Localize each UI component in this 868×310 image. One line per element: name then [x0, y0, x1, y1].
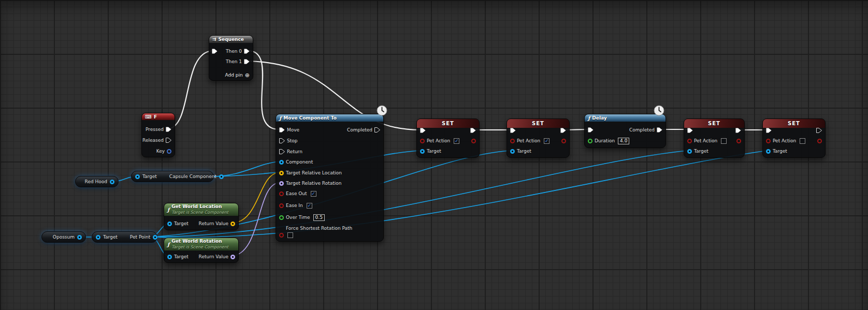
- variable-label: Opossum: [53, 234, 75, 240]
- node-set-pet-action-2[interactable]: SET Pet Action ✓ Target: [507, 119, 570, 158]
- key-pin[interactable]: [167, 149, 171, 154]
- capsule-component-out-pin[interactable]: [219, 174, 224, 179]
- then1-exec-pin[interactable]: [244, 59, 250, 64]
- node-header[interactable]: ⌨ F: [142, 113, 175, 120]
- then0-exec-pin[interactable]: [244, 49, 250, 54]
- node-header[interactable]: SET: [417, 119, 479, 128]
- node-get-opossum[interactable]: Opossum: [41, 231, 86, 243]
- move-exec-pin[interactable]: [279, 127, 285, 132]
- exec-in-pin[interactable]: [510, 128, 516, 133]
- node-get-world-location[interactable]: ƒ Get World Location Target is Scene Com…: [164, 203, 239, 230]
- return-exec-pin[interactable]: [279, 149, 285, 154]
- node-header[interactable]: ƒ Get World Location Target is Scene Com…: [164, 203, 238, 216]
- over-time-input[interactable]: 0.5: [313, 214, 325, 221]
- pet-action-checkbox[interactable]: [721, 138, 727, 144]
- over-time-pin[interactable]: [279, 215, 284, 220]
- node-set-pet-action-3[interactable]: SET Pet Action Target: [684, 119, 745, 158]
- function-icon: ƒ: [588, 115, 590, 121]
- pet-action-in-pin[interactable]: [420, 139, 425, 143]
- ease-in-pin[interactable]: [279, 203, 284, 208]
- pet-action-checkbox[interactable]: ✓: [544, 138, 549, 144]
- target-pin[interactable]: [766, 149, 771, 154]
- force-shortest-rotation-path-checkbox[interactable]: [287, 232, 293, 238]
- exec-out-pin[interactable]: [470, 128, 476, 133]
- red-hood-out-pin[interactable]: [110, 180, 114, 184]
- target-pin[interactable]: [167, 255, 172, 259]
- target-pin[interactable]: [687, 149, 692, 154]
- pet-action-in-pin[interactable]: [510, 139, 515, 143]
- ease-out-checkbox[interactable]: ✓: [311, 191, 316, 197]
- pet-action-out-pin[interactable]: [817, 139, 822, 143]
- pet-action-out-row: [561, 138, 566, 144]
- pet-point-out-pin[interactable]: [153, 235, 157, 240]
- node-move-component-to[interactable]: ƒ Move Component To Move Completed Stop …: [276, 114, 384, 242]
- node-header[interactable]: SET: [507, 119, 569, 128]
- pet-action-in-pin[interactable]: [766, 139, 771, 143]
- exec-in-row: [212, 48, 218, 54]
- exec-in-pin[interactable]: [212, 49, 218, 54]
- exec-out-row: [735, 127, 741, 134]
- stop-exec-pin[interactable]: [279, 138, 285, 143]
- exec-out-pin[interactable]: [816, 128, 822, 133]
- add-pin-button[interactable]: Add pin ⊕: [225, 72, 250, 78]
- node-get-world-rotation[interactable]: ƒ Get World Rotation Target is Scene Com…: [164, 238, 239, 263]
- node-sequence[interactable]: ⇉ Sequence Then 0 Then 1 Add pin ⊕: [209, 35, 253, 81]
- pin-label: Target: [174, 220, 189, 227]
- completed-exec-pin[interactable]: [657, 127, 662, 132]
- opossum-out-pin[interactable]: [77, 235, 82, 240]
- node-set-pet-action-1[interactable]: SET Pet Action ✓ Target: [416, 119, 480, 158]
- duration-pin[interactable]: [588, 139, 592, 143]
- node-get-pet-point[interactable]: Target Pet Point: [92, 231, 157, 243]
- released-exec-pin[interactable]: [166, 138, 171, 143]
- node-key-event-f[interactable]: ⌨ F Pressed Released Key: [141, 113, 175, 157]
- node-set-pet-action-4[interactable]: SET Pet Action Target: [762, 119, 826, 158]
- blueprint-graph-canvas[interactable]: ⇉ Sequence Then 0 Then 1 Add pin ⊕ ⌨ F P…: [0, 0, 868, 310]
- pin-label: Pet Action: [517, 138, 540, 144]
- pet-action-out-pin[interactable]: [561, 139, 566, 143]
- pin-label: Target: [517, 148, 531, 154]
- ease-out-pin[interactable]: [279, 191, 284, 196]
- node-get-red-hood[interactable]: Red Hood: [75, 176, 119, 187]
- pin-label: Return Value: [199, 220, 228, 227]
- add-pin-icon: ⊕: [245, 72, 250, 78]
- pet-action-checkbox[interactable]: [800, 138, 805, 144]
- force-shortest-rotation-path-pin-row: [279, 232, 293, 238]
- pet-action-in-pin[interactable]: [687, 139, 692, 143]
- exec-in-pin[interactable]: [588, 127, 594, 132]
- component-pin[interactable]: [279, 160, 284, 165]
- target-relative-location-pin[interactable]: [279, 171, 284, 175]
- return-value-pin[interactable]: [230, 255, 235, 259]
- pressed-exec-pin[interactable]: [166, 127, 171, 132]
- target-in-pin[interactable]: [96, 235, 100, 240]
- completed-exec-pin[interactable]: [374, 127, 380, 132]
- pet-action-out-pin[interactable]: [471, 139, 476, 143]
- exec-in-pin[interactable]: [766, 128, 772, 133]
- duration-input[interactable]: 4.0: [618, 138, 629, 144]
- exec-out-pin[interactable]: [735, 128, 741, 133]
- node-header[interactable]: ⇉ Sequence: [209, 36, 253, 43]
- target-pin[interactable]: [510, 149, 515, 154]
- pin-label: Target: [103, 234, 118, 240]
- node-header[interactable]: SET: [763, 119, 825, 128]
- node-header[interactable]: ƒ Get World Rotation Target is Scene Com…: [164, 238, 238, 250]
- exec-in-pin[interactable]: [687, 128, 693, 133]
- node-title: Get World Rotation: [171, 239, 228, 244]
- exec-in-pin[interactable]: [420, 128, 426, 133]
- target-in-pin[interactable]: [135, 174, 140, 179]
- pet-action-out-pin[interactable]: [736, 139, 741, 143]
- node-get-capsule-component[interactable]: Target Capsule Component: [131, 171, 214, 182]
- target-pin[interactable]: [167, 222, 172, 226]
- ease-in-checkbox[interactable]: ✓: [307, 203, 312, 209]
- exec-out-pin[interactable]: [560, 128, 566, 133]
- node-header[interactable]: SET: [684, 119, 744, 128]
- return-value-row: Return Value: [199, 220, 235, 227]
- target-pin[interactable]: [420, 149, 425, 154]
- force-shortest-rotation-path-pin[interactable]: [279, 233, 284, 238]
- node-delay[interactable]: ƒ Delay Completed Duration 4.0: [584, 114, 666, 148]
- pet-action-checkbox[interactable]: ✓: [454, 138, 459, 144]
- target-relative-rotation-pin[interactable]: [279, 181, 284, 186]
- duration-row: Duration 4.0: [588, 138, 629, 144]
- return-value-pin[interactable]: [230, 222, 235, 226]
- node-title: Sequence: [219, 37, 244, 42]
- node-header[interactable]: ƒ Move Component To: [276, 114, 383, 122]
